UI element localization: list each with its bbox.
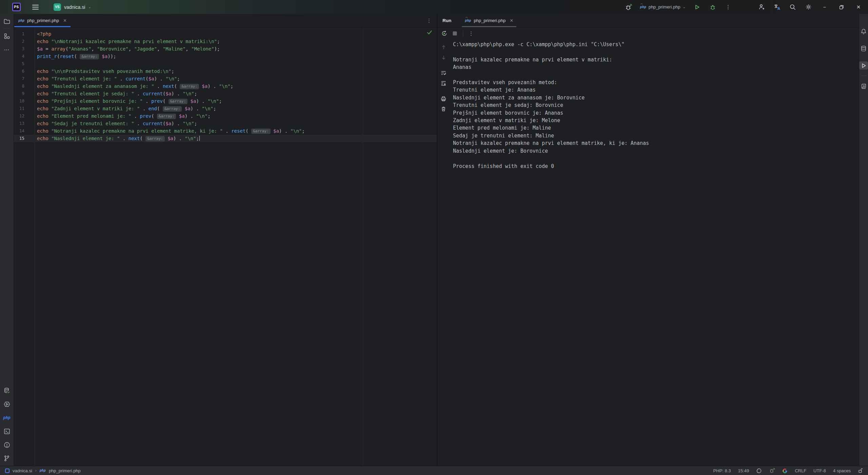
git-tool-icon[interactable]: [3, 454, 11, 462]
php-run-tool-icon[interactable]: php: [3, 414, 11, 422]
code-text[interactable]: echo "Trenutni element je: " . current($…: [24, 75, 180, 82]
parameter-hint-inlay[interactable]: &array:: [251, 129, 270, 134]
debug-button[interactable]: [709, 3, 717, 11]
close-tab-icon[interactable]: ✕: [62, 18, 67, 23]
breadcrumb-file[interactable]: php_primeri.php: [49, 468, 81, 473]
code-line[interactable]: 8echo "Naslednji element za ananasom je:…: [14, 82, 437, 90]
parameter-hint-inlay[interactable]: &array:: [80, 54, 99, 59]
editor-tab-options-icon[interactable]: ⋮: [427, 18, 432, 24]
close-run-tab-icon[interactable]: ✕: [508, 18, 513, 23]
code-text[interactable]: echo "Zadnji element v matriki je: " . e…: [24, 105, 216, 112]
code-text[interactable]: echo "Naslednji element za ananasom je: …: [24, 82, 233, 90]
code-line[interactable]: 12echo "Element pred melonami je: " . pr…: [14, 112, 437, 120]
line-number[interactable]: 15: [14, 135, 24, 142]
run-tool-window-icon[interactable]: [859, 61, 868, 70]
code-editor[interactable]: 1<?php2echo "\nNotranji kazalec premakne…: [14, 27, 437, 466]
prev-occurrence-icon[interactable]: [440, 43, 447, 51]
documentation-tool-icon[interactable]: A: [859, 82, 868, 90]
more-actions-button[interactable]: ⋮: [724, 3, 732, 11]
services-tool-icon[interactable]: [3, 400, 11, 408]
status-blob-icon[interactable]: [756, 468, 762, 474]
structure-tool-icon[interactable]: [3, 32, 11, 40]
main-menu-button[interactable]: [32, 5, 39, 10]
readonly-lock-icon[interactable]: [858, 468, 863, 473]
notifications-bell-icon[interactable]: [859, 27, 868, 36]
project-tool-icon[interactable]: [3, 17, 11, 25]
run-tab-php-primeri[interactable]: php php_primeri.php ✕: [461, 14, 517, 27]
parameter-hint-inlay[interactable]: &array:: [169, 99, 188, 104]
xdebug-status-icon[interactable]: [769, 468, 775, 474]
soft-wrap-icon[interactable]: [440, 69, 447, 77]
editor-tab-php-primeri[interactable]: php php_primeri.php ✕: [14, 14, 71, 27]
xdebug-listen-icon[interactable]: [625, 3, 633, 11]
code-line[interactable]: 6echo "\n\nPredstavitev vseh povezanih m…: [14, 68, 437, 75]
stop-button[interactable]: [451, 30, 458, 37]
line-number[interactable]: 7: [14, 75, 24, 82]
google-g-icon[interactable]: [782, 468, 788, 473]
code-line[interactable]: 14echo "Notranji kazalec premakne na prv…: [14, 127, 437, 135]
code-with-me-icon[interactable]: [757, 3, 766, 11]
parameter-hint-inlay[interactable]: &array:: [157, 114, 176, 119]
code-line[interactable]: 2echo "\nNotranji kazalec premakne na pr…: [14, 38, 437, 45]
print-icon[interactable]: [440, 95, 447, 102]
line-number[interactable]: 1: [14, 30, 24, 38]
run-button[interactable]: [693, 3, 701, 11]
more-tool-windows-icon[interactable]: ⋯: [3, 45, 11, 54]
indent-widget[interactable]: 4 spaces: [833, 468, 851, 473]
close-button[interactable]: ✕: [854, 4, 863, 10]
search-everywhere-icon[interactable]: [789, 3, 797, 11]
run-window-title[interactable]: Run: [442, 18, 451, 23]
line-number[interactable]: 3: [14, 45, 24, 53]
code-text[interactable]: echo "Element pred melonami je: " . prev…: [24, 112, 211, 120]
code-text[interactable]: echo "Notranji kazalec premakne na prvi …: [24, 127, 305, 135]
code-text[interactable]: echo "\n\nPredstavitev vseh povezanih me…: [24, 68, 174, 75]
caret-position-widget[interactable]: 15:49: [738, 468, 749, 473]
code-line[interactable]: 15echo "Naslednji element je: " . next( …: [14, 135, 437, 142]
parameter-hint-inlay[interactable]: &array:: [145, 136, 164, 141]
parameter-hint-inlay[interactable]: &array:: [163, 106, 182, 112]
code-line[interactable]: 3$a = array("Ananas", "Borovnice", "Jago…: [14, 45, 437, 53]
settings-gear-icon[interactable]: [804, 3, 812, 11]
translate-icon[interactable]: A: [773, 3, 781, 11]
code-line[interactable]: 13echo "Sedaj je trenutni element: " . c…: [14, 120, 437, 127]
database-tool-icon[interactable]: [3, 386, 11, 395]
line-number[interactable]: 9: [14, 90, 24, 97]
line-number[interactable]: 12: [14, 112, 24, 120]
code-text[interactable]: echo "Sedaj je trenutni element: " . cur…: [24, 120, 197, 127]
project-widget[interactable]: VS vadnica.si ⌄: [54, 3, 91, 11]
run-options-kebab-icon[interactable]: ⋮: [468, 30, 475, 37]
code-line[interactable]: 11echo "Zadnji element v matriki je: " .…: [14, 105, 437, 112]
line-number[interactable]: 2: [14, 38, 24, 45]
encoding-widget[interactable]: UTF-8: [813, 468, 826, 473]
line-number[interactable]: 10: [14, 97, 24, 105]
database-tool-icon-right[interactable]: [859, 44, 868, 53]
code-text[interactable]: print_r(reset( &array: $a));: [24, 53, 116, 60]
line-number[interactable]: 13: [14, 120, 24, 127]
run-configuration-selector[interactable]: php php_primeri.php ⌄: [640, 4, 686, 10]
line-number[interactable]: 4: [14, 53, 24, 60]
code-line[interactable]: 4print_r(reset( &array: $a));: [14, 53, 437, 60]
terminal-tool-icon[interactable]: [3, 427, 11, 435]
code-text[interactable]: echo "\nNotranji kazalec premakne na prv…: [24, 38, 220, 45]
next-occurrence-icon[interactable]: [440, 54, 447, 61]
php-version-widget[interactable]: PHP: 8.3: [713, 468, 731, 473]
clear-console-icon[interactable]: [440, 105, 447, 113]
code-line[interactable]: 7echo "Trenutni element je: " . current(…: [14, 75, 437, 82]
code-line[interactable]: 1<?php: [14, 30, 437, 38]
scroll-to-end-icon[interactable]: [440, 79, 447, 87]
rerun-button[interactable]: [440, 30, 448, 37]
line-number[interactable]: 6: [14, 68, 24, 75]
code-line[interactable]: 10echo "Prejšnji element borovnic je: " …: [14, 97, 437, 105]
console-output[interactable]: C:\xampp\php\php.exe -c C:\xampp\php\php…: [450, 39, 859, 466]
code-line[interactable]: 9echo "Trenutni element je sedaj: " . cu…: [14, 90, 437, 97]
line-ending-widget[interactable]: CRLF: [795, 468, 806, 473]
code-text[interactable]: [24, 60, 37, 68]
minimize-button[interactable]: −: [820, 4, 829, 10]
code-text[interactable]: echo "Trenutni element je sedaj: " . cur…: [24, 90, 197, 97]
code-text[interactable]: $a = array("Ananas", "Borovnice", "Jagod…: [24, 45, 220, 53]
line-number[interactable]: 14: [14, 127, 24, 135]
code-text[interactable]: <?php: [24, 30, 51, 38]
line-number[interactable]: 5: [14, 60, 24, 68]
maximize-button[interactable]: [837, 5, 846, 10]
breadcrumb-project[interactable]: vadnica.si: [13, 468, 32, 473]
